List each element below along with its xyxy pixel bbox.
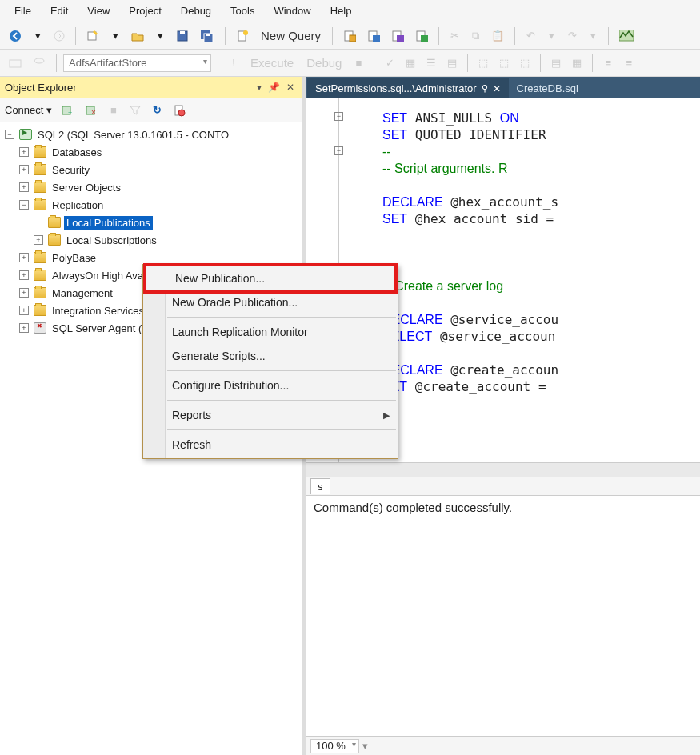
menu-help[interactable]: Help bbox=[321, 2, 362, 20]
svg-rect-7 bbox=[206, 34, 210, 36]
query-options-icon: ☰ bbox=[422, 54, 440, 72]
disconnect-server-icon[interactable]: × bbox=[81, 102, 102, 119]
menu-project[interactable]: Project bbox=[119, 2, 170, 20]
comment-icon: ≡ bbox=[599, 54, 617, 72]
menu-view[interactable]: View bbox=[78, 2, 119, 20]
refresh-icon[interactable]: ↻ bbox=[148, 102, 166, 119]
server-icon bbox=[19, 129, 32, 140]
pin-icon[interactable]: 📌 bbox=[265, 80, 283, 94]
script-icon[interactable] bbox=[169, 102, 190, 119]
mdx-query-icon[interactable] bbox=[363, 27, 384, 45]
svg-rect-19 bbox=[10, 60, 21, 67]
expand-icon[interactable]: + bbox=[19, 288, 29, 298]
ctx-reports[interactable]: Reports▶ bbox=[143, 403, 398, 427]
database-combo[interactable]: AdfsArtifactStore bbox=[63, 54, 211, 72]
estimated-plan-icon: ▦ bbox=[402, 54, 419, 72]
collapse-icon[interactable]: − bbox=[19, 200, 29, 210]
pin-icon[interactable]: ⚲ bbox=[482, 83, 488, 94]
context-menu: New Publication... New Oracle Publicatio… bbox=[142, 264, 398, 459]
tree-security[interactable]: + Security bbox=[2, 161, 301, 178]
tab-label: SetPermissions.sql...\Administrator bbox=[315, 82, 477, 94]
new-project-dd[interactable]: ▾ bbox=[106, 27, 124, 45]
xmla-query-icon[interactable] bbox=[411, 27, 432, 45]
tab-createdb[interactable]: CreateDB.sql bbox=[509, 78, 586, 98]
results-grid-icon: ▦ bbox=[568, 54, 586, 72]
open-button[interactable] bbox=[127, 27, 148, 45]
tab-setpermissions[interactable]: SetPermissions.sql...\Administrator ⚲ ✕ bbox=[307, 78, 509, 98]
tree-local-publications[interactable]: Local Publications bbox=[2, 214, 301, 231]
expand-icon[interactable]: + bbox=[19, 323, 29, 333]
tab-label: CreateDB.sql bbox=[517, 82, 578, 94]
folder-icon bbox=[34, 305, 46, 316]
ctx-new-oracle-publication[interactable]: New Oracle Publication... bbox=[143, 290, 398, 314]
outline-collapse-icon[interactable]: − bbox=[334, 112, 343, 121]
cancel-query-icon: ■ bbox=[350, 54, 367, 72]
horizontal-scrollbar[interactable] bbox=[306, 462, 700, 477]
expand-icon[interactable]: + bbox=[19, 253, 29, 262]
menu-window[interactable]: Window bbox=[264, 2, 320, 20]
menu-edit[interactable]: Edit bbox=[41, 2, 78, 20]
ctx-generate-scripts[interactable]: Generate Scripts... bbox=[143, 344, 398, 368]
ctx-launch-monitor[interactable]: Launch Replication Monitor bbox=[143, 320, 398, 344]
include-stats-icon: ⬚ bbox=[495, 54, 513, 72]
root-label[interactable]: SQL2 (SQL Server 13.0.1601.5 - CONTO bbox=[35, 128, 231, 142]
new-query-button[interactable]: New Query bbox=[256, 27, 326, 44]
messages-tab[interactable]: s bbox=[310, 478, 330, 494]
new-query-icon[interactable] bbox=[232, 27, 253, 45]
ctx-new-publication[interactable]: New Publication... bbox=[143, 263, 398, 294]
toolbar-sql-editor: AdfsArtifactStore ! Execute Debug ■ ✓ ▦ … bbox=[0, 50, 700, 77]
expand-icon[interactable]: + bbox=[19, 306, 29, 315]
ctx-configure-distribution[interactable]: Configure Distribution... bbox=[143, 374, 398, 397]
connect-button[interactable]: Connect ▾ bbox=[5, 104, 54, 116]
svg-point-20 bbox=[34, 58, 44, 63]
tree-local-subscriptions[interactable]: + Local Subscriptions bbox=[2, 231, 301, 249]
nav-back-dd[interactable]: ▾ bbox=[29, 27, 46, 45]
svg-rect-15 bbox=[397, 35, 404, 42]
tree-server-objects[interactable]: + Server Objects bbox=[2, 178, 301, 196]
zoom-dd[interactable]: ▾ bbox=[362, 740, 368, 752]
menu-debug[interactable]: Debug bbox=[171, 2, 221, 20]
messages-text: Command(s) completed successfully. bbox=[314, 501, 692, 514]
svg-rect-13 bbox=[373, 35, 380, 42]
paste-icon: 📋 bbox=[487, 27, 508, 45]
outline-collapse-icon[interactable]: − bbox=[334, 146, 343, 155]
expand-icon[interactable]: + bbox=[19, 165, 29, 174]
selected-tree-item[interactable]: Local Publications bbox=[64, 216, 153, 230]
undo-icon: ↶ bbox=[522, 27, 539, 45]
connect-server-icon[interactable]: + bbox=[57, 102, 78, 119]
menu-tools[interactable]: Tools bbox=[221, 2, 264, 20]
panel-title-text: Object Explorer bbox=[5, 82, 77, 94]
collapse-icon[interactable]: − bbox=[5, 130, 14, 139]
cut-icon: ✂ bbox=[446, 27, 463, 45]
expand-icon[interactable]: + bbox=[34, 235, 43, 245]
close-panel-icon[interactable]: ✕ bbox=[283, 80, 298, 94]
expand-icon[interactable]: + bbox=[19, 182, 29, 192]
db-engine-query-icon[interactable] bbox=[339, 27, 360, 45]
close-tab-icon[interactable]: ✕ bbox=[493, 83, 501, 94]
open-dd[interactable]: ▾ bbox=[151, 27, 169, 45]
zoom-combo[interactable]: 100 % bbox=[310, 739, 359, 753]
svg-point-1 bbox=[54, 31, 64, 41]
tree-replication[interactable]: − Replication bbox=[2, 196, 301, 214]
save-button[interactable] bbox=[172, 27, 193, 45]
messages-pane[interactable]: Command(s) completed successfully. bbox=[306, 496, 700, 736]
output-tabstrip: s bbox=[306, 477, 700, 496]
new-project-button[interactable] bbox=[82, 27, 103, 45]
available-db-icon bbox=[29, 54, 50, 72]
save-all-button[interactable] bbox=[196, 27, 218, 45]
connect-toolbar: Connect ▾ + × ■ ↻ bbox=[0, 98, 302, 122]
panel-options[interactable]: ▾ bbox=[254, 80, 265, 94]
execute-icon: ! bbox=[225, 54, 242, 72]
expand-icon[interactable]: + bbox=[19, 270, 29, 280]
dmx-query-icon[interactable] bbox=[387, 27, 408, 45]
nav-back-button[interactable] bbox=[5, 27, 26, 45]
ctx-refresh[interactable]: Refresh bbox=[143, 433, 398, 457]
activity-monitor-icon[interactable] bbox=[615, 27, 638, 45]
tree-databases[interactable]: + Databases bbox=[2, 143, 301, 161]
svg-rect-11 bbox=[350, 35, 356, 42]
tree-root[interactable]: − SQL2 (SQL Server 13.0.1601.5 - CONTO bbox=[2, 126, 301, 143]
expand-icon[interactable]: + bbox=[19, 147, 29, 157]
folder-icon bbox=[34, 199, 46, 210]
menu-file[interactable]: File bbox=[5, 2, 41, 20]
toolbar-standard: ▾ ▾ ▾ New Query ✂ ⧉ 📋 ↶ ▾ ↷ ▾ bbox=[0, 22, 700, 50]
